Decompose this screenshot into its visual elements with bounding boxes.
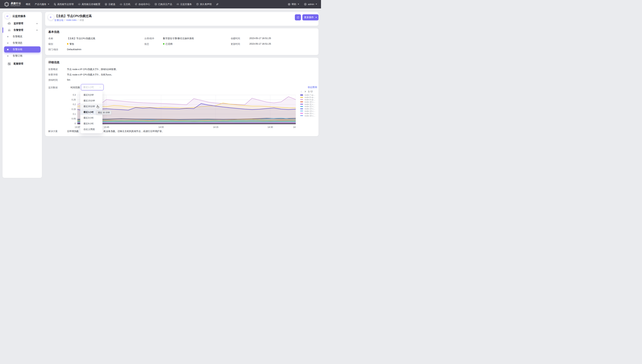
category-value: 数字原生引擎/磐石云操作系统 [163, 37, 194, 40]
collapse-legend-link[interactable]: 收起图例 [308, 86, 317, 89]
legend-item[interactable]: node-14 c… [300, 110, 315, 112]
easystack-logo[interactable]: 易捷行云 EasyStack [4, 2, 21, 7]
more-actions-button[interactable]: 更多操作 [302, 14, 318, 20]
nav-item-storage-config[interactable]: 高性能云存储配置 [78, 3, 100, 6]
time-range-select[interactable]: 最近1小时 [81, 84, 104, 90]
solution-value-suffix: 机业务负载、迁移云主机到其他节点，或进行云环境扩容。 [104, 130, 164, 133]
svg-text:14:30: 14:30 [268, 126, 273, 128]
legend-next-icon[interactable] [304, 90, 306, 92]
option-last-3hours[interactable]: 最近3小时 [80, 115, 102, 121]
sidebar-item-alarm-messages[interactable]: 告警消息 [2, 40, 42, 46]
bullet-square-icon [7, 55, 8, 56]
legend-item[interactable]: node-11 c… [300, 103, 315, 105]
page-header: 【主机】节点CPU负载过高 告警分组 / node.rules / 详情 更多操… [45, 12, 318, 26]
option-tooltip: 最近 30 分钟 [96, 110, 112, 115]
sidebar-item-alarm-groups-active[interactable]: 告警分组 [4, 46, 40, 52]
bullet-square-icon [7, 49, 8, 50]
caret-down-icon [316, 17, 317, 18]
legend-item[interactable]: node-8 cp… [300, 96, 315, 98]
legend-item[interactable]: node-7 cp… [300, 94, 315, 96]
server-icon [54, 3, 56, 6]
solution-value-prefix: 云环境负载 [67, 130, 79, 133]
legend-prev-icon[interactable] [300, 90, 302, 92]
nav-item-cloud-monitor[interactable]: 云监控服务 [176, 3, 192, 6]
sidebar-collapse-button[interactable] [5, 14, 10, 19]
sidebar-item-alarm-overview[interactable]: 告警概览 [2, 34, 42, 40]
option-last-15min[interactable]: 最近15分钟 [80, 98, 102, 104]
volume-database-icon [196, 3, 199, 6]
alarm-detail-value: 节点 node-x:IP CPU负载大于5，当前为xxx。 [67, 73, 114, 76]
legend-item[interactable]: node-10 c… [300, 101, 315, 103]
status-label: 状态 [144, 42, 149, 46]
legend-swatch [300, 94, 303, 96]
svg-text:14:00: 14:00 [158, 126, 164, 128]
caret-down-icon [298, 4, 299, 5]
refresh-button[interactable] [295, 14, 301, 20]
svg-text:13:45: 13:45 [104, 126, 109, 128]
legend-item[interactable]: node-16 c… [300, 114, 315, 117]
cloud-storage-icon [78, 3, 80, 6]
disk-icon [104, 3, 107, 6]
time-range-value: 最近1小时 [83, 86, 99, 89]
pin-icon [216, 3, 219, 6]
duration-label: 持续时间 [48, 78, 58, 82]
svg-text:14:37: 14:37 [293, 126, 296, 128]
caret-down-icon [48, 4, 49, 5]
svg-text:0.15: 0.15 [72, 108, 76, 110]
breadcrumb-alarm-groups[interactable]: 告警分组 [54, 19, 64, 22]
nav-item-cloud-host[interactable]: 云主机 [120, 3, 130, 6]
sidebar-group-quota-management[interactable]: 配额管理 [2, 61, 42, 67]
legend-swatch [300, 106, 303, 107]
monitor-data-label: 监控数据 [48, 86, 58, 89]
quota-management-icon [8, 62, 11, 66]
sidebar-title: 云监控服务 [12, 14, 26, 18]
legend-swatch [300, 102, 303, 102]
breadcrumb-rule[interactable]: node.rules [66, 19, 76, 22]
option-custom-period[interactable]: 自定义周期 [80, 126, 102, 132]
basic-info-title: 基本信息 [48, 30, 60, 34]
legend-swatch [300, 99, 303, 100]
sidebar-group-monitor-management[interactable]: 监控管理 [2, 20, 42, 26]
svg-text:0.05: 0.05 [72, 118, 76, 120]
pin-button[interactable] [216, 3, 219, 6]
nav-item-automation-center[interactable]: 自动化中心 [135, 3, 150, 6]
alarm-management-icon [8, 28, 11, 32]
svg-text:0.1: 0.1 [73, 113, 76, 115]
legend-item[interactable]: node-15 c… [300, 112, 315, 114]
nav-item-node-management[interactable]: 高性能节点管理 [54, 3, 74, 6]
legend-item[interactable]: node-13 c… [300, 108, 315, 110]
basic-info-section: 基本信息 名称 【主机】节点CPU负载过高 级别 警告 部门/项目 Defaul… [45, 28, 318, 55]
chart-legend: node-7 cp… node-8 cp… node-9 cp… node-10… [300, 94, 315, 117]
alarm-overview-value: 节点 node-x:IP CPU负载大于5，持续5分钟告警。 [67, 68, 118, 71]
svg-text:14:15: 14:15 [213, 126, 218, 128]
user-menu[interactable]: admin [304, 3, 317, 6]
option-last-5min[interactable]: 最近5分钟 [80, 92, 102, 98]
nav-item-overview[interactable]: 概览 [26, 3, 30, 6]
svg-text:0.25: 0.25 [72, 98, 76, 101]
level-warning-dot [67, 43, 68, 44]
nav-item-persistent-volume[interactable]: 持久卷声明 [196, 3, 212, 6]
svg-text:0.3: 0.3 [73, 94, 76, 96]
alarm-detail-label: 告警详情 [48, 73, 58, 76]
option-last-30min[interactable]: 最近30分钟 [80, 104, 102, 109]
bullet-square-icon [7, 42, 8, 44]
legend-item[interactable]: node-9 cp… [300, 98, 315, 101]
nav-item-purchased-products[interactable]: 已购买云产品 [154, 3, 172, 6]
status-enabled-dot [163, 43, 164, 44]
chevron-down-icon [99, 86, 101, 88]
nav-item-cloud-disk[interactable]: 云硬盘 [104, 3, 115, 6]
sidebar-item-alarm-subscriptions[interactable]: 告警订阅 [2, 53, 42, 59]
navbar-right: 帮助 admin [288, 3, 317, 6]
legend-swatch [300, 108, 303, 109]
duration-value: 5m [67, 78, 70, 81]
back-button[interactable] [48, 14, 54, 20]
help-menu[interactable]: 帮助 [288, 3, 299, 6]
option-last-6hours[interactable]: 最近6小时 [80, 121, 102, 126]
solution-label: 解决方案 [48, 130, 58, 133]
nav-item-products[interactable]: 产品与服务 [35, 3, 49, 6]
sidebar-group-alarm-management[interactable]: 告警管理 [2, 27, 42, 33]
sidebar: 云监控服务 监控管理 告警管理 告警概览 告 [2, 12, 42, 178]
alarm-overview-label: 告警概述 [48, 68, 58, 71]
legend-item[interactable]: node-12 c… [300, 105, 315, 108]
purchased-list-icon [154, 3, 157, 6]
